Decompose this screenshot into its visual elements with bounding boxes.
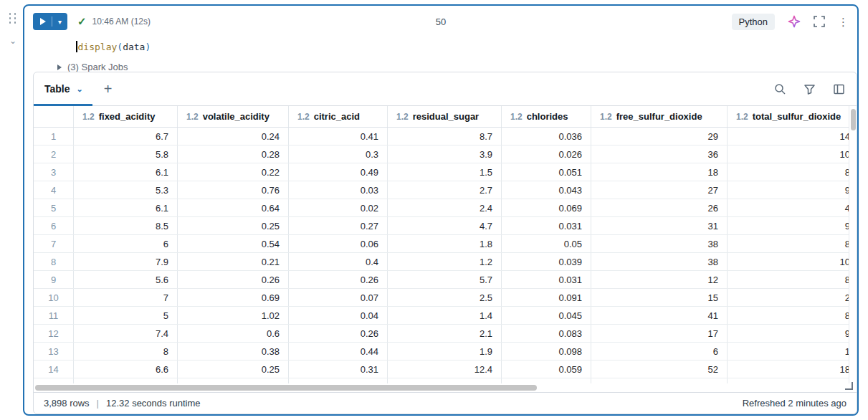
notebook-cell: ▾ ✓ 10:46 AM (12s) 50 Python ⋮ — [23, 4, 859, 416]
table-cell: 8 — [728, 307, 849, 324]
table-cell: 38 — [591, 235, 728, 252]
table-cell: 0.6 — [178, 325, 289, 342]
filter-icon[interactable] — [803, 83, 816, 95]
table-cell: 0.091 — [502, 289, 591, 306]
table-row: 1151.020.041.40.045418 — [34, 307, 849, 325]
table-cell: 0.026 — [502, 145, 591, 163]
table-cell: 0.26 — [178, 271, 289, 288]
code-editor[interactable]: display(data) — [76, 40, 151, 53]
numeric-type-icon: 1.2 — [82, 112, 95, 122]
table-row: 760.540.061.80.05388 — [34, 235, 849, 253]
table-row: 56.10.640.022.40.069264 — [34, 199, 849, 217]
column-header-fixed_acidity[interactable]: 1.2fixed_acidity — [74, 106, 178, 127]
table-cell: 7 — [74, 289, 178, 306]
column-header-volatile_acidity[interactable]: 1.2volatile_acidity — [178, 106, 289, 127]
table-cell: 0.098 — [502, 343, 591, 360]
run-options-chevron-icon[interactable]: ▾ — [52, 18, 67, 26]
columns-panel-icon[interactable] — [833, 83, 845, 95]
tab-options-chevron-icon[interactable]: ⌄ — [77, 85, 83, 94]
table-row: 36.10.220.491.50.051188 — [34, 163, 849, 181]
results-footer: 3,898 rows | 12.32 seconds runtime Refre… — [34, 392, 857, 414]
table-cell: 6 — [591, 343, 728, 360]
table-row: 95.60.260.265.70.031128 — [34, 271, 849, 289]
row-number: 6 — [34, 217, 74, 234]
drag-handle-icon[interactable] — [9, 13, 17, 24]
column-header-total_sulfur_dioxide[interactable]: 1.2total_sulfur_dioxide — [728, 106, 849, 127]
column-name: residual_sugar — [413, 111, 480, 122]
table-cell: 7.4 — [74, 325, 178, 342]
table-cell: 9 — [728, 325, 849, 342]
column-header-chlorides[interactable]: 1.2chlorides — [502, 106, 591, 127]
column-name: free_sulfur_dioxide — [616, 111, 702, 122]
code-argument-token: data — [123, 42, 145, 52]
table-cell: 26 — [591, 199, 728, 216]
table-cell: 8 — [74, 343, 178, 360]
expand-fullscreen-icon[interactable] — [814, 16, 825, 27]
language-selector[interactable]: Python — [732, 14, 775, 30]
column-name: chlorides — [527, 111, 568, 122]
table-cell: 5.8 — [74, 145, 178, 163]
table-row: 146.60.250.3112.40.0595218 — [34, 361, 849, 378]
horizontal-scrollbar[interactable] — [34, 383, 857, 392]
table-cell: 0.3 — [289, 145, 388, 163]
table-cell: 0.31 — [289, 361, 388, 378]
table-cell: 0.07 — [289, 289, 388, 306]
row-number: 11 — [34, 307, 74, 324]
numeric-type-icon: 1.2 — [510, 112, 523, 122]
row-number: 12 — [34, 325, 74, 342]
table-cell: 0.25 — [178, 217, 289, 234]
play-icon — [40, 18, 46, 25]
add-visualization-button[interactable]: + — [104, 82, 113, 96]
table-cell: 0.21 — [178, 253, 289, 270]
table-cell: 6.1 — [74, 163, 178, 181]
table-header-row: 1.2fixed_acidity1.2volatile_acidity1.2ci… — [34, 106, 849, 128]
table-cell: 41 — [591, 307, 728, 324]
table-cell: 38 — [591, 253, 728, 270]
cell-menu-kebab-icon[interactable]: ⋮ — [838, 16, 849, 27]
table-cell: 27 — [591, 181, 728, 199]
spark-jobs-toggle[interactable]: (3) Spark Jobs — [57, 62, 128, 72]
table-cell: 8 — [728, 163, 849, 181]
table-cell: 1.5 — [388, 163, 502, 181]
row-number: 13 — [34, 343, 74, 360]
results-resize-handle[interactable] — [845, 382, 853, 390]
table-cell: 14 — [728, 128, 849, 145]
table-cell: 4 — [728, 199, 849, 216]
table-cell: 31 — [591, 217, 728, 234]
table-cell: 15 — [591, 289, 728, 306]
horizontal-scrollbar-thumb[interactable] — [35, 385, 537, 391]
table-cell: 2.7 — [388, 181, 502, 199]
table-cell: 0.24 — [178, 128, 289, 145]
table-cell: 0.26 — [289, 325, 388, 342]
table-cell: 5.7 — [388, 271, 502, 288]
collapse-cell-chevron-icon[interactable]: ⌄ — [9, 37, 16, 44]
table-cell: 3.9 — [388, 145, 502, 163]
table-cell: 0.083 — [502, 325, 591, 342]
table-row: 87.90.210.41.20.0393810 — [34, 253, 849, 271]
vertical-scrollbar-thumb[interactable] — [851, 109, 856, 130]
results-tabbar: Table ⌄ + — [34, 72, 857, 106]
table-cell: 17 — [591, 325, 728, 342]
table-cell: 0.26 — [289, 271, 388, 288]
table-cell: 0.045 — [502, 307, 591, 324]
table-cell: 0.76 — [178, 181, 289, 199]
table-cell: 0.54 — [178, 235, 289, 252]
table-row: 45.30.760.032.70.043279 — [34, 181, 849, 199]
table-cell: 4.7 — [388, 217, 502, 234]
search-icon[interactable] — [774, 83, 786, 95]
row-number-header — [34, 106, 74, 127]
table-cell: 0.41 — [289, 128, 388, 145]
column-header-citric_acid[interactable]: 1.2citric_acid — [289, 106, 388, 127]
assistant-sparkle-icon[interactable] — [788, 15, 801, 28]
column-header-free_sulfur_dioxide[interactable]: 1.2free_sulfur_dioxide — [591, 106, 728, 127]
table-cell: 0.039 — [502, 253, 591, 270]
table-cell: 52 — [591, 361, 728, 378]
row-count: 3,898 rows — [44, 398, 90, 409]
table-cell: 9 — [728, 181, 849, 199]
column-header-residual_sugar[interactable]: 1.2residual_sugar — [388, 106, 502, 127]
run-cell-button[interactable]: ▾ — [33, 13, 67, 30]
tab-table[interactable]: Table ⌄ — [34, 72, 92, 105]
table-row: 1070.690.072.50.091152 — [34, 289, 849, 307]
table-cell: 0.28 — [178, 145, 289, 163]
vertical-scrollbar[interactable] — [849, 106, 857, 383]
